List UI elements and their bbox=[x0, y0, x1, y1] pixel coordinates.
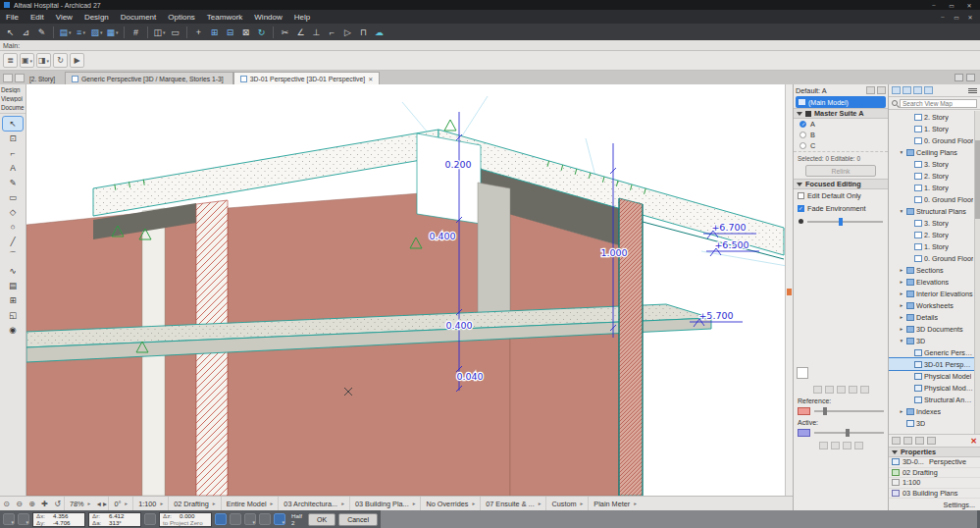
viewmap-item[interactable]: Physical Model bbox=[889, 370, 974, 382]
view-map-icon[interactable] bbox=[903, 86, 911, 94]
sidebar-section-label[interactable]: Viewpoi bbox=[1, 95, 25, 102]
active-slider[interactable] bbox=[794, 426, 888, 439]
move-icon[interactable]: + bbox=[191, 26, 206, 39]
modify-icon[interactable]: ⊠ bbox=[238, 26, 253, 39]
viewmap-item[interactable]: 0. Ground Floor bbox=[889, 193, 974, 205]
arc-tool[interactable]: ⌒ bbox=[3, 249, 23, 263]
focused-editing-header[interactable]: Focused Editing bbox=[794, 179, 888, 189]
expander-icon[interactable]: ▸ bbox=[899, 279, 904, 285]
save-view-icon[interactable] bbox=[915, 437, 924, 445]
viewmap-item[interactable]: ▸ Worksheets bbox=[889, 299, 974, 311]
level-text[interactable]: +5.700 bbox=[698, 310, 733, 321]
expander-icon[interactable]: ▸ bbox=[899, 290, 904, 296]
line-tool[interactable]: ╱ bbox=[3, 235, 23, 248]
doc-minimize-button[interactable]: – bbox=[936, 14, 950, 21]
expander-icon[interactable]: ▾ bbox=[899, 338, 904, 343]
xy-coordinate-box[interactable]: Δx:4.356 Δy:-4.706 bbox=[32, 512, 85, 527]
fade-environment-checkbox[interactable]: Fade Environment bbox=[794, 202, 888, 215]
delete-icon[interactable]: ✕ bbox=[970, 437, 977, 446]
3d-viewport[interactable]: 0.200 0.400 1.000 0.400 0.040 +6.700 +6.… bbox=[26, 84, 793, 496]
view-combo[interactable]: ◨ bbox=[36, 53, 51, 68]
snap-division[interactable]: Half 2 bbox=[288, 512, 305, 527]
pencil-icon[interactable]: ✎ bbox=[34, 26, 49, 39]
play-icon[interactable]: ▶ bbox=[70, 53, 84, 68]
expander-icon[interactable]: ▸ bbox=[899, 302, 904, 308]
sidebar-section-label[interactable]: Docume bbox=[1, 104, 25, 111]
menu-item[interactable]: Edit bbox=[25, 10, 50, 24]
grid-tool[interactable]: ⊞ bbox=[3, 293, 23, 307]
panes-handle-icon[interactable]: ≣ bbox=[3, 53, 18, 68]
scissors-icon[interactable]: ✂ bbox=[278, 26, 292, 39]
viewmap-item[interactable]: Generic Perspective bbox=[889, 346, 974, 358]
circle-tool[interactable]: ○ bbox=[3, 220, 23, 234]
scrollbar-thumb[interactable] bbox=[975, 140, 980, 219]
menu-item[interactable]: Help bbox=[288, 10, 316, 24]
grid-view-icon[interactable] bbox=[866, 86, 875, 94]
arrow-tool[interactable]: ↖ bbox=[3, 117, 23, 131]
viewmap-item[interactable]: ▸ Indexes bbox=[889, 405, 974, 417]
property-row[interactable]: 03 Building Plans bbox=[889, 489, 980, 500]
expander-icon[interactable]: ▾ bbox=[899, 149, 904, 155]
menu-item[interactable]: File bbox=[0, 10, 25, 24]
statusbar-segment[interactable]: 03 Building Pla... bbox=[349, 497, 421, 510]
slider-thumb[interactable] bbox=[846, 429, 850, 437]
statusbar-segment[interactable]: Custom bbox=[545, 497, 588, 510]
ra-coordinate-box[interactable]: Δr:6.412 Δa:313° bbox=[88, 512, 141, 527]
add-icon[interactable] bbox=[825, 386, 834, 394]
variant-radio[interactable] bbox=[799, 132, 806, 138]
variant-row[interactable]: B bbox=[794, 130, 888, 140]
checkbox-icon[interactable] bbox=[798, 192, 804, 199]
marker-icon[interactable]: ⊓ bbox=[356, 26, 371, 39]
variant-radio[interactable] bbox=[799, 142, 806, 149]
project-icon[interactable] bbox=[3, 74, 13, 82]
navigator-menu-icon[interactable] bbox=[968, 90, 977, 91]
section-tool[interactable]: ◱ bbox=[3, 308, 23, 322]
viewport-scrollbar[interactable] bbox=[785, 84, 793, 496]
statusbar-segment[interactable]: Entire Model bbox=[221, 497, 279, 510]
dimension-text[interactable]: 0.400 bbox=[445, 320, 472, 331]
search-input[interactable] bbox=[900, 99, 977, 108]
viewmap-item[interactable]: Structural Analytica... bbox=[889, 394, 974, 405]
expander-icon[interactable]: ▾ bbox=[899, 208, 904, 214]
snap-half-icon[interactable] bbox=[274, 513, 285, 525]
viewmap-item[interactable]: 0. Ground Floor bbox=[889, 134, 974, 146]
reference-slider[interactable] bbox=[794, 404, 888, 417]
stories-icon[interactable] bbox=[15, 74, 25, 82]
rotation-angle[interactable]: 0° bbox=[108, 497, 132, 510]
group-header[interactable]: Master Suite A bbox=[794, 108, 888, 119]
doc-close-button[interactable]: ✕ bbox=[963, 14, 977, 21]
property-row[interactable]: 1:100 bbox=[889, 478, 980, 489]
statusbar-segment[interactable]: Plain Meter bbox=[588, 497, 642, 510]
menu-item[interactable]: Teamwork bbox=[201, 10, 248, 24]
minimize-button[interactable]: – bbox=[927, 2, 941, 8]
ceiling-opening[interactable] bbox=[417, 133, 481, 224]
ok-button[interactable]: OK bbox=[308, 513, 335, 526]
main-model-item[interactable]: (Main Model) bbox=[796, 96, 886, 108]
project-map-icon[interactable] bbox=[892, 86, 901, 94]
orbit-icon[interactable]: ↺ bbox=[51, 500, 64, 508]
statusbar-segment[interactable]: 02 Drafting bbox=[168, 497, 220, 510]
select-arrow-icon[interactable]: ↖ bbox=[3, 26, 18, 39]
angle-icon[interactable]: ∠ bbox=[293, 26, 308, 39]
dimension-text[interactable]: 0.200 bbox=[444, 159, 471, 170]
new-folder-icon[interactable] bbox=[892, 437, 901, 445]
layout-book-icon[interactable] bbox=[913, 86, 922, 94]
variant-radio[interactable] bbox=[799, 121, 806, 128]
flag-icon[interactable]: ▷ bbox=[340, 26, 355, 39]
viewmap-item[interactable]: 3. Story bbox=[889, 158, 974, 170]
quick-select-icon[interactable]: ⊿ bbox=[19, 26, 33, 39]
publisher-icon[interactable] bbox=[924, 86, 933, 94]
viewmap-item[interactable]: 2. Story bbox=[889, 111, 974, 123]
expander-icon[interactable]: ▸ bbox=[899, 267, 904, 273]
viewmap-item[interactable]: 2. Story bbox=[889, 170, 974, 182]
viewmap-item[interactable]: 3D-01 Perspective bbox=[889, 358, 974, 370]
maximize-button[interactable]: ▭ bbox=[945, 2, 958, 9]
snap-guides-icon[interactable] bbox=[244, 513, 256, 525]
zoom-level[interactable]: 78% bbox=[64, 497, 95, 510]
expander-icon[interactable]: ▸ bbox=[899, 314, 904, 320]
viewmap-item[interactable]: 3D bbox=[889, 417, 974, 429]
viewmap-item[interactable]: ▾ Structural Plans bbox=[889, 205, 974, 217]
layer-icon[interactable] bbox=[813, 386, 822, 394]
viewmap-item[interactable]: ▸ Details bbox=[889, 311, 974, 323]
reference-color-swatch[interactable] bbox=[798, 407, 810, 415]
